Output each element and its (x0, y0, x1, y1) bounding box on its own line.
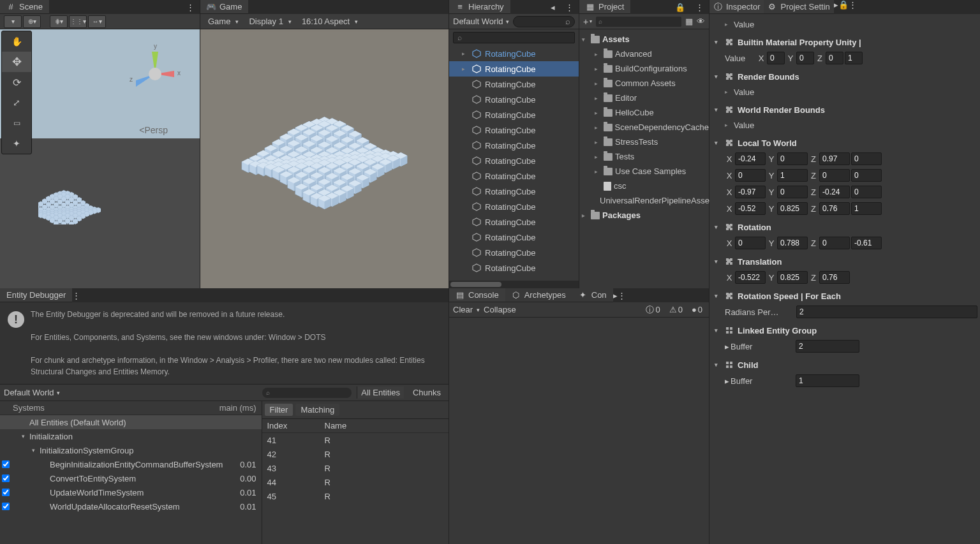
project-tab-menu[interactable]: ⋮ (690, 0, 709, 14)
project-item[interactable]: ▸StressTests (579, 135, 709, 149)
system-checkbox[interactable] (0, 503, 11, 510)
inspector-tab[interactable]: ⓘ Inspector (709, 0, 764, 14)
project-search[interactable] (596, 17, 681, 27)
entity-row[interactable]: 41R (262, 433, 449, 447)
snap-settings-button[interactable]: ↔▾ (88, 15, 106, 28)
system-row[interactable]: WorldUpdateAllocatorResetSystem0.01 (0, 499, 262, 513)
hierarchy-item[interactable]: RotatingCube (449, 77, 579, 92)
hierarchy-scrollbar[interactable] (449, 281, 579, 288)
matrix-y-input[interactable]: 0 (777, 152, 808, 165)
matrix-w-input[interactable]: 0 (851, 169, 882, 182)
hierarchy-tab[interactable]: ≡ Hierarchy (449, 0, 510, 14)
project-lock-icon[interactable]: 🔒 (670, 0, 690, 14)
console-tab-menu[interactable]: ⋮ (618, 291, 626, 300)
hierarchy-item[interactable]: RotatingCube (449, 92, 579, 107)
hierarchy-item[interactable]: RotatingCube (449, 153, 579, 168)
value-foldout-1[interactable]: ▸ Value (712, 84, 977, 99)
project-item[interactable]: ▸BuildConfigurations (579, 61, 709, 76)
filter-button[interactable]: Filter (265, 404, 293, 416)
component-header-translation[interactable]: ▾ Translation (712, 253, 977, 268)
matrix-x-input[interactable]: -0.24 (735, 152, 766, 165)
component-header-local-to-world[interactable]: ▾ Local To World (712, 134, 977, 149)
rotate-tool[interactable] (2, 72, 31, 92)
hierarchy-item[interactable]: RotatingCube (449, 214, 579, 230)
debugger-world-dropdown[interactable]: Default World (4, 388, 60, 397)
scrollbar-thumb[interactable] (450, 282, 501, 287)
rotation-z-input[interactable]: 0 (819, 237, 850, 249)
inspector-nav[interactable]: ▸🔒 (834, 0, 849, 14)
game-viewport[interactable] (200, 29, 449, 288)
debugger-search[interactable] (262, 388, 352, 398)
project-item[interactable]: ▸Editor (579, 91, 709, 105)
collapse-button[interactable]: Collapse (484, 305, 516, 314)
hand-tool[interactable] (2, 31, 31, 52)
clear-button[interactable]: Clear (453, 305, 473, 314)
project-item[interactable]: ▸Tests (579, 149, 709, 164)
error-count[interactable]: ●0 (689, 305, 705, 314)
component-header-child[interactable]: ▾ Child (712, 356, 977, 371)
shading-mode-button[interactable]: ▾ (4, 15, 22, 28)
matrix-y-input[interactable]: 0.825 (777, 202, 808, 215)
hierarchy-item[interactable]: RotatingCube (449, 199, 579, 214)
system-checkbox[interactable] (0, 460, 11, 468)
rotation-w-input[interactable]: -0.61 (851, 237, 882, 249)
project-item[interactable]: ▸Packages (579, 208, 709, 223)
entity-row[interactable]: 42R (262, 447, 449, 461)
component-header-world-render-bounds[interactable]: ▾ World Render Bounds (712, 101, 977, 116)
hierarchy-search[interactable] (513, 16, 575, 27)
console-tab[interactable]: ▤ Console (449, 288, 505, 302)
value-foldout-2[interactable]: ▸ Value (712, 117, 977, 133)
hierarchy-tab-menu[interactable]: ⋮ (560, 0, 579, 14)
system-row[interactable]: ▾InitializationSystemGroup (0, 443, 262, 457)
component-header-render-bounds[interactable]: ▾ Render Bounds (712, 68, 977, 83)
entity-row[interactable]: 45R (262, 489, 449, 503)
translation-z-input[interactable]: 0.76 (819, 271, 850, 284)
project-item[interactable]: ▸HelloCube (579, 105, 709, 120)
matrix-z-input[interactable]: 0.97 (819, 152, 850, 165)
all-entities-button[interactable]: All Entities (357, 386, 404, 399)
hierarchy-filter[interactable] (453, 32, 575, 43)
grid-snap-button[interactable]: ⋕▾ (50, 15, 68, 28)
component-header-linked-entity-group[interactable]: ▾ Linked Entity Group (712, 321, 977, 337)
2d-mode-button[interactable]: ⊕▾ (23, 15, 41, 28)
transform-tool[interactable] (2, 133, 31, 154)
project-item[interactable]: ▾Assets (579, 32, 709, 47)
debugger-tab-menu[interactable]: ⋮ (72, 291, 80, 300)
hierarchy-item[interactable]: RotatingCube (449, 138, 579, 153)
radians-input[interactable]: 2 (796, 305, 977, 318)
project-item[interactable]: ▸Use Case Samples (579, 164, 709, 179)
entities-list[interactable]: 41R42R43R44R45R (262, 433, 449, 503)
value-foldout-0[interactable]: ▸ Value (712, 17, 977, 32)
matrix-w-input[interactable]: 0 (851, 152, 882, 165)
aspect-dropdown[interactable]: 16:10 Aspect (298, 15, 362, 27)
clear-dropdown-icon[interactable]: ▾ (477, 307, 480, 313)
hierarchy-item[interactable]: RotatingCube (449, 122, 579, 138)
matrix-z-input[interactable]: 0.76 (819, 202, 850, 215)
archetypes-tab[interactable]: ⬡ Archetypes (505, 288, 572, 302)
matrix-w-input[interactable]: 1 (851, 202, 882, 215)
move-tool[interactable] (2, 52, 31, 72)
z-input[interactable]: 0 (826, 52, 843, 64)
hierarchy-item[interactable]: RotatingCube (449, 260, 579, 276)
component-header-rotation[interactable]: ▾ Rotation (712, 218, 977, 233)
project-hidden-toggle[interactable]: 👁 (697, 17, 705, 26)
info-count[interactable]: ⓘ0 (643, 304, 662, 316)
project-settings-tab[interactable]: ⚙ Project Settin (764, 0, 833, 14)
matrix-z-input[interactable]: 0 (819, 169, 850, 182)
matrix-x-input[interactable]: -0.97 (735, 186, 766, 198)
hierarchy-item[interactable]: RotatingCube (449, 230, 579, 245)
matrix-z-input[interactable]: -0.24 (819, 186, 850, 198)
console-nav[interactable]: ▸ (613, 291, 618, 300)
entity-row[interactable]: 43R (262, 461, 449, 475)
entity-debugger-tab[interactable]: Entity Debugger (0, 288, 72, 302)
project-item[interactable]: ▸Common Assets (579, 76, 709, 91)
inspector-tab-menu[interactable]: ⋮ (849, 0, 857, 14)
hierarchy-item[interactable]: RotatingCube (449, 107, 579, 122)
project-item[interactable]: UniversalRenderPipelineAsset (579, 193, 709, 208)
project-item[interactable]: ▸Advanced (579, 47, 709, 61)
display-dropdown[interactable]: Display 1 (245, 15, 295, 27)
hierarchy-nav-prev[interactable]: ◂ (546, 0, 560, 14)
warn-count[interactable]: ⚠0 (667, 305, 685, 314)
matrix-w-input[interactable]: 0 (851, 186, 882, 198)
y-input[interactable]: 0 (796, 52, 814, 64)
